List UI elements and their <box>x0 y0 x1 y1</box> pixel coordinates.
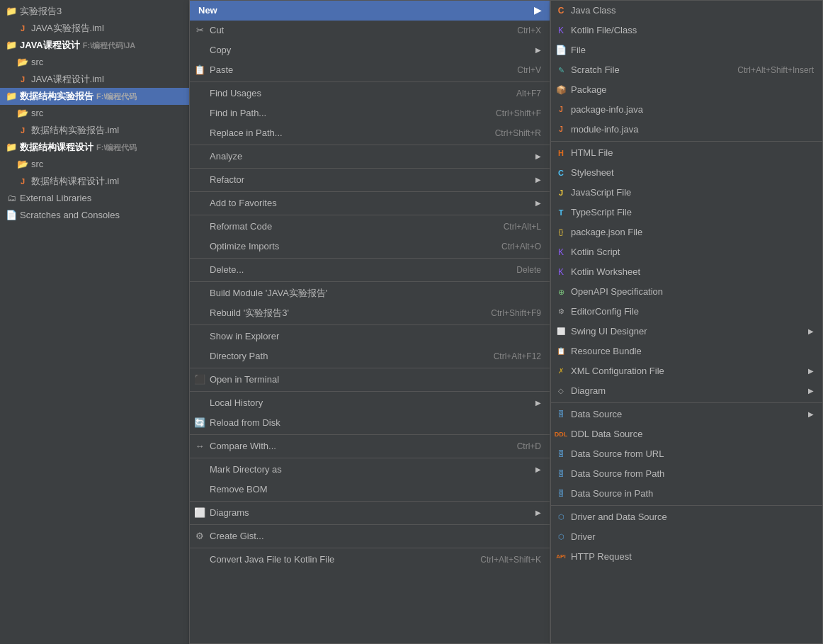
submenu-item-ts-file[interactable]: T TypeScript File <box>551 203 822 222</box>
menu-item-find-usages[interactable]: Find Usages Alt+F7 <box>190 84 550 103</box>
submenu-item-kotlin-script[interactable]: K Kotlin Script <box>551 242 822 262</box>
sidebar-item-ext-libs[interactable]: 🗂 External Libraries <box>0 190 189 207</box>
submenu-item-ddl-data-source[interactable]: DDL DDL Data Source <box>551 424 822 444</box>
menu-item-dir-path[interactable]: Directory Path Ctrl+Alt+F12 <box>190 346 550 366</box>
sidebar-item-data-report-iml[interactable]: J 数据结构实验报告.iml <box>0 122 189 139</box>
submenu-item-data-source[interactable]: 🗄 Data Source ▶ <box>551 405 822 424</box>
submenu-item-kotlin-file[interactable]: K Kotlin File/Class <box>551 21 822 40</box>
submenu-item-scratch-file[interactable]: ✎ Scratch File Ctrl+Alt+Shift+Insert <box>551 60 822 80</box>
menu-item-paste[interactable]: 📋 Paste Ctrl+V <box>190 60 550 80</box>
sidebar-item-src1[interactable]: 📂 src <box>0 54 189 71</box>
arrow-icon: ▶ <box>808 363 814 379</box>
package-icon: 📦 <box>555 84 567 96</box>
menu-item-build-module[interactable]: Build Module 'JAVA实验报告' <box>190 283 550 303</box>
menu-item-replace-in-path[interactable]: Replace in Path... Ctrl+Shift+R <box>190 123 550 143</box>
submenu-label: Driver and Data Source <box>571 509 667 525</box>
submenu-item-openapi[interactable]: ⊕ OpenAPI Specification <box>551 282 822 302</box>
menu-label: Refactor <box>210 172 530 188</box>
submenu-item-driver-and-ds[interactable]: ⬡ Driver and Data Source <box>551 507 822 527</box>
menu-item-convert-kotlin[interactable]: Convert Java File to Kotlin File Ctrl+Al… <box>190 550 550 570</box>
path-in-icon: 🗄 <box>555 488 567 499</box>
folder-icon: 📁 <box>6 6 17 17</box>
menu-item-reformat[interactable]: Reformat Code Ctrl+Alt+L <box>190 217 550 237</box>
folder-blue-icon: 📂 <box>17 57 28 68</box>
arrow-icon: ▶ <box>535 43 541 58</box>
submenu-item-stylesheet[interactable]: C Stylesheet <box>551 163 822 183</box>
submenu-label: HTTP Request <box>571 549 632 565</box>
resource-bundle-icon: 📋 <box>555 346 567 357</box>
menu-item-delete[interactable]: Delete... Delete <box>190 260 550 280</box>
menu-item-create-gist[interactable]: ⚙ Create Gist... <box>190 526 550 546</box>
menu-item-rebuild[interactable]: Rebuild '实验报告3' Ctrl+Shift+F9 <box>190 303 550 323</box>
java-class-icon: C <box>555 5 567 16</box>
menu-item-show-explorer[interactable]: Show in Explorer <box>190 327 550 346</box>
sidebar-item-report3[interactable]: 📁 实验报告3 <box>0 3 189 20</box>
submenu-item-html-file[interactable]: H HTML File <box>551 143 822 163</box>
menu-item-copy[interactable]: Copy ▶ <box>190 40 550 60</box>
sidebar-item-label: 数据结构课程设计.iml <box>31 174 119 188</box>
menu-item-add-favorites[interactable]: Add to Favorites ▶ <box>190 193 550 213</box>
menu-shortcut: Ctrl+Alt+O <box>501 239 541 254</box>
menu-shortcut: Ctrl+D <box>517 439 541 454</box>
sidebar-item-label: Scratches and Consoles <box>20 208 120 222</box>
submenu-item-resource-bundle[interactable]: 📋 Resource Bundle <box>551 341 822 361</box>
driver-and-ds-icon: ⬡ <box>555 512 567 523</box>
menu-item-reload[interactable]: 🔄 Reload from Disk <box>190 413 550 433</box>
sidebar-item-data-design[interactable]: 📁 数据结构课程设计 F:\编程代码 <box>0 139 189 156</box>
diagram-icon: ◇ <box>555 385 567 397</box>
sidebar-item-java-design-iml[interactable]: J JAVA课程设计.iml <box>0 71 189 88</box>
submenu-item-xml-config[interactable]: ✗ XML Configuration File ▶ <box>551 361 822 381</box>
scratch-file-icon: ✎ <box>555 64 567 76</box>
submenu-item-java-class[interactable]: C Java Class <box>551 1 822 21</box>
submenu-label: Scratch File <box>571 62 620 78</box>
submenu-item-ds-from-path[interactable]: 🗄 Data Source from Path <box>551 464 822 484</box>
sidebar-item-data-design-iml[interactable]: J 数据结构课程设计.iml <box>0 173 189 190</box>
menu-item-cut[interactable]: ✂ Cut Ctrl+X <box>190 21 550 40</box>
submenu-item-package-info[interactable]: J package-info.java <box>551 100 822 120</box>
menu-item-open-terminal[interactable]: ⬛ Open in Terminal <box>190 370 550 390</box>
submenu-item-ds-from-url[interactable]: 🗄 Data Source from URL <box>551 444 822 464</box>
menu-item-refactor[interactable]: Refactor ▶ <box>190 170 550 190</box>
menu-item-local-history[interactable]: Local History ▶ <box>190 393 550 413</box>
menu-item-diagrams[interactable]: ⬜ Diagrams ▶ <box>190 503 550 523</box>
cut-icon: ✂ <box>194 25 205 36</box>
ts-icon: T <box>555 207 567 218</box>
menu-item-analyze[interactable]: Analyze ▶ <box>190 147 550 166</box>
submenu-item-kotlin-worksheet[interactable]: K Kotlin Worksheet <box>551 262 822 282</box>
menu-item-compare[interactable]: ↔ Compare With... Ctrl+D <box>190 436 550 456</box>
menu-label: Diagrams <box>210 505 530 521</box>
arrow-icon: ▶ <box>535 172 541 188</box>
submenu-item-package[interactable]: 📦 Package <box>551 80 822 100</box>
menu-item-find-in-path[interactable]: Find in Path... Ctrl+Shift+F <box>190 103 550 123</box>
sidebar-item-data-report[interactable]: 📁 数据结构实验报告 F:\编程代码 <box>0 88 189 105</box>
submenu-label: Kotlin Worksheet <box>571 264 640 280</box>
menu-separator <box>190 458 550 458</box>
submenu-label: Kotlin Script <box>571 244 620 260</box>
submenu-label: Package <box>571 82 607 98</box>
submenu-item-module-info[interactable]: J module-info.java <box>551 120 822 140</box>
folder-blue-icon: 📂 <box>17 108 28 119</box>
package-info-icon: J <box>555 104 567 115</box>
submenu-item-http-request[interactable]: API HTTP Request <box>551 547 822 567</box>
sidebar-item-scratches[interactable]: 📄 Scratches and Consoles <box>0 207 189 224</box>
submenu-item-js-file[interactable]: J JavaScript File <box>551 183 822 203</box>
menu-item-mark-dir[interactable]: Mark Directory as ▶ <box>190 460 550 480</box>
submenu-item-diagram[interactable]: ◇ Diagram ▶ <box>551 381 822 401</box>
terminal-icon: ⬛ <box>194 374 205 385</box>
submenu-item-file[interactable]: 📄 File <box>551 40 822 60</box>
sidebar-item-src2[interactable]: 📂 src <box>0 105 189 122</box>
submenu-label: Data Source <box>571 407 622 422</box>
sidebar-item-java-iml[interactable]: J JAVA实验报告.iml <box>0 20 189 37</box>
submenu-item-driver[interactable]: ⬡ Driver <box>551 527 822 547</box>
menu-header-new[interactable]: New ▶ <box>190 1 550 21</box>
submenu-item-ds-in-path[interactable]: 🗄 Data Source in Path <box>551 484 822 504</box>
sidebar: 📁 实验报告3 J JAVA实验报告.iml 📁 JAVA课程设计 F:\编程代… <box>0 0 189 644</box>
submenu-item-swing-ui[interactable]: ⬜ Swing UI Designer ▶ <box>551 322 822 341</box>
menu-item-remove-bom[interactable]: Remove BOM <box>190 480 550 499</box>
sidebar-item-java-design[interactable]: 📁 JAVA课程设计 F:\编程代码\JA <box>0 37 189 54</box>
sidebar-sublabel: F:\编程代码 <box>96 140 137 154</box>
submenu-item-json-file[interactable]: {} package.json File <box>551 222 822 242</box>
submenu-item-editorconfig[interactable]: ⚙ EditorConfig File <box>551 302 822 322</box>
menu-item-optimize[interactable]: Optimize Imports Ctrl+Alt+O <box>190 237 550 256</box>
sidebar-item-src3[interactable]: 📂 src <box>0 156 189 173</box>
